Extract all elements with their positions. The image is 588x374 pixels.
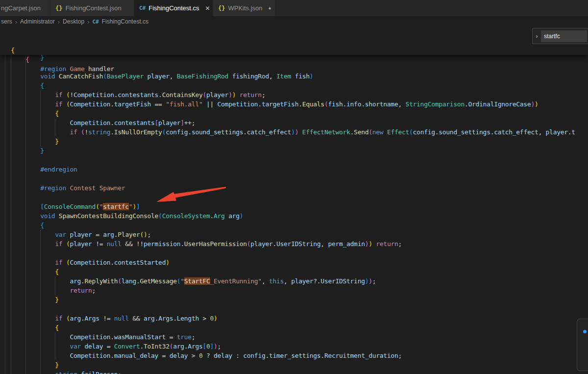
tab-fishingcontest-cs[interactable]: C# FishingContest.cs ✕ [134, 0, 213, 16]
json-icon: {} [55, 5, 62, 12]
tab-label: WPKits.json [228, 4, 262, 12]
csharp-icon: C# [92, 19, 98, 25]
code-line[interactable]: Competition.wasManualStart = true; [11, 332, 588, 342]
sticky-lines: { { #region Game handler [11, 46, 588, 74]
code-line[interactable]: Competition.contestants[player]++; [11, 118, 588, 127]
code-line[interactable] [11, 249, 588, 258]
code-line[interactable]: { [11, 221, 588, 230]
code-line[interactable]: { [11, 55, 588, 64]
code-line[interactable]: if (player != null && !!permission.UserH… [11, 239, 588, 249]
code-lines[interactable]: } void CanCatchFish(BasePlayer player, B… [11, 53, 588, 374]
close-icon[interactable]: ✕ [205, 5, 210, 12]
code-line[interactable]: { [11, 109, 588, 118]
sticky-scroll[interactable]: { { #region Game handler [0, 27, 588, 55]
csharp-icon: C# [139, 5, 146, 11]
code-line[interactable]: if (!string.IsNullOrEmpty(config.sound_s… [11, 127, 588, 137]
code-line[interactable]: return; [11, 286, 588, 295]
code-line[interactable]: if (Competition.contestStarted) [11, 258, 588, 267]
breadcrumb: sers › Administrator › Desktop › C# Fish… [0, 16, 588, 27]
find-input[interactable] [541, 30, 587, 42]
code-line[interactable] [11, 304, 588, 314]
tab-bar: ngCarpet.json {} FishingContest.json C# … [0, 0, 588, 16]
modified-dot-icon[interactable]: ● [269, 5, 271, 11]
code-line[interactable]: #endregion [11, 165, 588, 174]
code-line[interactable]: { [11, 323, 588, 332]
code-line[interactable]: Competition.manual_delay = delay > 0 ? d… [11, 351, 588, 360]
breadcrumb-item[interactable]: sers [1, 18, 12, 25]
chevron-right-icon: › [58, 18, 60, 25]
code-line[interactable]: { [11, 267, 588, 276]
tab-ngcarpet-json[interactable]: ngCarpet.json [0, 0, 50, 16]
tab-label: FishingContest.cs [148, 4, 199, 12]
code-line[interactable] [11, 193, 588, 202]
find-widget: › [532, 28, 588, 44]
code-line[interactable]: var delay = Convert.ToInt32(arg.Args[0])… [11, 342, 588, 351]
json-icon: {} [218, 5, 225, 12]
code-line[interactable] [11, 155, 588, 165]
tab-fishingcontest-json[interactable]: {} FishingContest.json [50, 0, 134, 16]
vscode-window: { "window": { "app": "Visual Studio Code… [0, 0, 588, 374]
code-line[interactable] [11, 174, 588, 183]
code-line[interactable]: #region Contest Spawner [11, 183, 588, 193]
editor-pane[interactable]: } void CanCatchFish(BasePlayer player, B… [0, 27, 588, 374]
code-line[interactable]: if (Competition.targetFish == "fish.all"… [11, 100, 588, 109]
chevron-right-icon: › [15, 18, 17, 25]
code-line[interactable]: string failReason; [11, 370, 588, 374]
code-line[interactable]: arg.ReplyWith(lang.GetMessage("StartFC_E… [11, 276, 588, 286]
code-line[interactable]: #region Game handler [11, 64, 588, 74]
code-line[interactable]: void SpawnContestBuildingConsole(Console… [11, 211, 588, 221]
code-line[interactable]: { [11, 46, 588, 55]
code-line[interactable]: } [11, 360, 588, 370]
breadcrumb-item[interactable]: FishingContest.cs [102, 18, 148, 25]
code-line[interactable]: [ConsoleCommand("startfc")] [11, 202, 588, 211]
chevron-toggle-replace-icon[interactable]: › [533, 33, 541, 40]
tab-label: ngCarpet.json [1, 4, 41, 12]
notification-panel[interactable] [577, 319, 588, 371]
code-line[interactable]: } [11, 295, 588, 304]
info-icon [583, 330, 587, 333]
code-line[interactable]: } [11, 137, 588, 146]
code-line[interactable]: } [11, 146, 588, 155]
tab-wpkits-json[interactable]: {} WPKits.json ● [213, 0, 275, 16]
breadcrumb-item[interactable]: Desktop [63, 18, 84, 25]
chevron-right-icon: › [87, 18, 89, 25]
code-line[interactable]: var player = arg.Player(); [11, 230, 588, 239]
breadcrumb-item[interactable]: Administrator [20, 18, 55, 25]
gutter-divider [5, 55, 5, 374]
code-line[interactable]: if (arg.Args != null && arg.Args.Length … [11, 314, 588, 323]
tab-label: FishingContest.json [65, 4, 121, 12]
